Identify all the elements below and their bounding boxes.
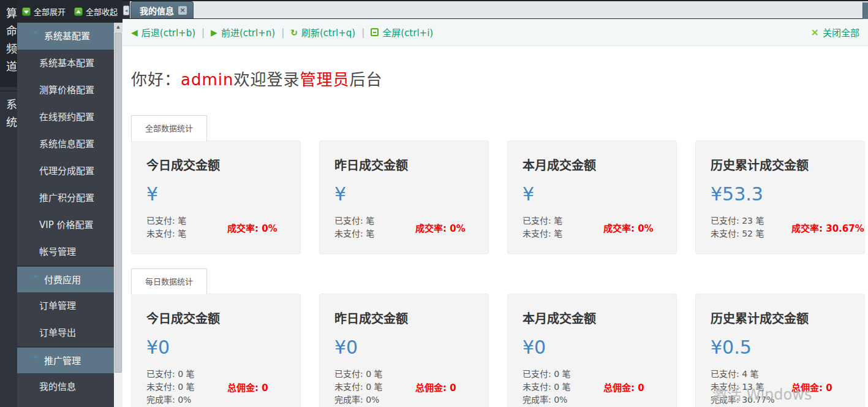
channel-item-system[interactable]: 系统 [0, 91, 17, 143]
expand-all-label: 全部展开 [34, 6, 66, 17]
paid-count: 已支付: 笔 [146, 215, 219, 227]
sidebar-item-vip-price-config[interactable]: VIP 价格配置 [17, 211, 114, 238]
tab-daily-data-stats[interactable]: 每日数据统计 [131, 268, 207, 294]
deal-rate: 成交率: 0% [415, 221, 466, 234]
sidebar-item-agent-share-config[interactable]: 代理分成配置 [17, 158, 114, 184]
username: admin [181, 70, 233, 89]
paid-count: 已支付: 笔 [523, 215, 595, 227]
refresh-button[interactable]: ↻ 刷新(ctrl+q) [290, 26, 355, 39]
forward-button[interactable]: ▶ 前进(ctrl+n) [211, 26, 275, 39]
completion-rate: 完成率: 0% [523, 394, 595, 406]
unpaid-count: 未支付: 52 笔 [711, 227, 783, 240]
tab-bar: ◂ 我的信息 × [123, 0, 868, 19]
section-daily-stats: 每日数据统计 今日成交金额 ¥0 已支付: 0 笔 未支付: 0 笔 完成率: … [131, 268, 868, 407]
sidebar-item-system-info-config[interactable]: 系统信息配置 [17, 131, 114, 158]
tab-all-data-stats[interactable]: 全部数据统计 [131, 115, 207, 141]
back-arrow-icon: ◀ [131, 28, 138, 37]
tab-bar-right-edge [862, 2, 868, 19]
tab-close-icon[interactable]: × [178, 6, 187, 15]
sidebar-group-paid-apps[interactable]: 付费应用 [17, 265, 114, 292]
amount-value: ¥0 [523, 337, 662, 358]
section-all-stats: 全部数据统计 今日成交金额 ¥ 已支付: 笔 未支付: 笔 成交率: 0% 昨日… [131, 115, 868, 254]
unpaid-count: 未支付: 0 笔 [334, 381, 407, 394]
amount-value: ¥53.3 [711, 183, 850, 205]
admin-window: 算命频道 系统 全部展开 全部收起 系统基配置 系统基本配置 测算价格配置 在线… [0, 0, 868, 407]
sidebar-group-system-base[interactable]: 系统基配置 [17, 23, 114, 50]
refresh-icon: ↻ [290, 28, 298, 37]
amount-value: ¥ [523, 183, 662, 205]
completion-rate: 完成率: 0% [146, 394, 219, 406]
paid-count: 已支付: 0 笔 [523, 368, 595, 381]
scrollbar-up-arrow-icon[interactable]: ▲ [114, 23, 123, 32]
expand-arrow-icon [22, 7, 31, 16]
completion-rate: 完成率: 0% [334, 394, 407, 406]
stat-card-month: 本月成交金额 ¥0 已支付: 0 笔 未支付: 0 笔 完成率: 0% 总佣金:… [507, 294, 677, 407]
stat-card-yesterday: 昨日成交金额 ¥ 已支付: 笔 未支付: 笔 成交率: 0% [319, 140, 489, 254]
deal-rate: 成交率: 30.67% [791, 221, 864, 234]
close-x-icon: × [811, 26, 819, 38]
amount-value: ¥ [146, 183, 285, 205]
expand-all-button[interactable]: 全部展开 [22, 6, 66, 17]
stat-card-today: 今日成交金额 ¥ 已支付: 笔 未支付: 笔 成交率: 0% [131, 140, 301, 254]
total-commission: 总佣金: 0 [415, 381, 456, 394]
greeting: 你好：admin欢迎登录管理员后台 [131, 67, 868, 89]
close-all-button[interactable]: × 关闭全部 [811, 26, 859, 39]
sidebar-item-promo-points-config[interactable]: 推广积分配置 [17, 184, 114, 211]
paid-count: 已支付: 0 笔 [334, 368, 407, 381]
toolbar-separator: | [281, 27, 284, 38]
amount-value: ¥0 [334, 337, 474, 358]
sidebar: 全部展开 全部收起 系统基配置 系统基本配置 测算价格配置 在线预约配置 系统信… [17, 0, 123, 407]
amount-value: ¥ [334, 183, 474, 205]
caret-down-icon [33, 356, 38, 359]
amount-value: ¥0 [146, 337, 285, 358]
stat-card-today: 今日成交金额 ¥0 已支付: 0 笔 未支付: 0 笔 完成率: 0% 总佣金:… [131, 294, 301, 407]
toolbar-separator: | [361, 27, 364, 38]
toolbar-separator: | [202, 27, 205, 38]
stats-card-row: 今日成交金额 ¥ 已支付: 笔 未支付: 笔 成交率: 0% 昨日成交金额 ¥ [131, 140, 868, 254]
main-content: ◂ 我的信息 × ◀ 后退(ctrl+b) | ▶ 前进(ctrl+n) | ↻… [123, 0, 868, 407]
amount-value: ¥0.5 [711, 337, 850, 358]
paid-count: 已支付: 0 笔 [146, 368, 219, 381]
unpaid-count: 未支付: 笔 [523, 227, 595, 240]
total-commission: 总佣金: 0 [603, 381, 644, 394]
toolbar: ◀ 后退(ctrl+b) | ▶ 前进(ctrl+n) | ↻ 刷新(ctrl+… [123, 19, 868, 46]
deal-rate: 成交率: 0% [603, 221, 654, 234]
role: 管理员 [300, 70, 350, 89]
channel-item-fortune[interactable]: 算命频道 [0, 0, 17, 87]
stats-card-row: 今日成交金额 ¥0 已支付: 0 笔 未支付: 0 笔 完成率: 0% 总佣金:… [131, 294, 868, 407]
sidebar-menu: 系统基配置 系统基本配置 测算价格配置 在线预约配置 系统信息配置 代理分成配置… [17, 23, 114, 407]
sidebar-item-online-booking-config[interactable]: 在线预约配置 [17, 104, 114, 131]
collapse-all-button[interactable]: 全部收起 [74, 6, 118, 17]
sidebar-header: 全部展开 全部收起 [17, 0, 123, 23]
sidebar-scrollbar[interactable]: ▲ [114, 23, 123, 407]
tab-my-info[interactable]: 我的信息 × [130, 1, 194, 18]
tab-label: 我的信息 [140, 4, 174, 17]
unpaid-count: 未支付: 13 笔 [711, 381, 783, 394]
fullscreen-button[interactable]: 全屏(ctrl+i) [371, 26, 433, 39]
collapse-all-label: 全部收起 [86, 6, 118, 17]
tab-scroll-left-button[interactable]: ◂ [123, 6, 129, 15]
paid-count: 已支付: 笔 [334, 215, 407, 227]
paid-count: 已支付: 4 笔 [711, 368, 783, 381]
deal-rate: 成交率: 0% [227, 221, 277, 234]
sidebar-group-promotion[interactable]: 推广管理 [17, 346, 114, 373]
caret-down-icon [33, 275, 38, 278]
sidebar-item-order-management[interactable]: 订单管理 [17, 292, 114, 319]
sidebar-item-price-config[interactable]: 测算价格配置 [17, 77, 114, 104]
sidebar-item-account-management[interactable]: 帐号管理 [17, 238, 114, 265]
sidebar-item-system-basic-config[interactable]: 系统基本配置 [17, 50, 114, 77]
scrollbar-thumb[interactable] [115, 32, 122, 373]
stat-card-yesterday: 昨日成交金额 ¥0 已支付: 0 笔 未支付: 0 笔 完成率: 0% 总佣金:… [319, 294, 489, 407]
fullscreen-icon [371, 28, 379, 36]
paid-count: 已支付: 23 笔 [711, 215, 783, 227]
completion-rate: 完成率: 30.77% [711, 394, 783, 406]
stat-card-month: 本月成交金额 ¥ 已支付: 笔 未支付: 笔 成交率: 0% [507, 140, 677, 254]
sidebar-item-order-export[interactable]: 订单导出 [17, 319, 114, 346]
unpaid-count: 未支付: 笔 [146, 227, 219, 240]
back-button[interactable]: ◀ 后退(ctrl+b) [131, 26, 195, 39]
channel-rail: 算命频道 系统 [0, 0, 17, 407]
collapse-arrow-icon [74, 7, 83, 16]
total-commission: 总佣金: 0 [227, 381, 268, 394]
sidebar-item-my-info[interactable]: 我的信息 [17, 373, 114, 400]
unpaid-count: 未支付: 0 笔 [146, 381, 219, 394]
